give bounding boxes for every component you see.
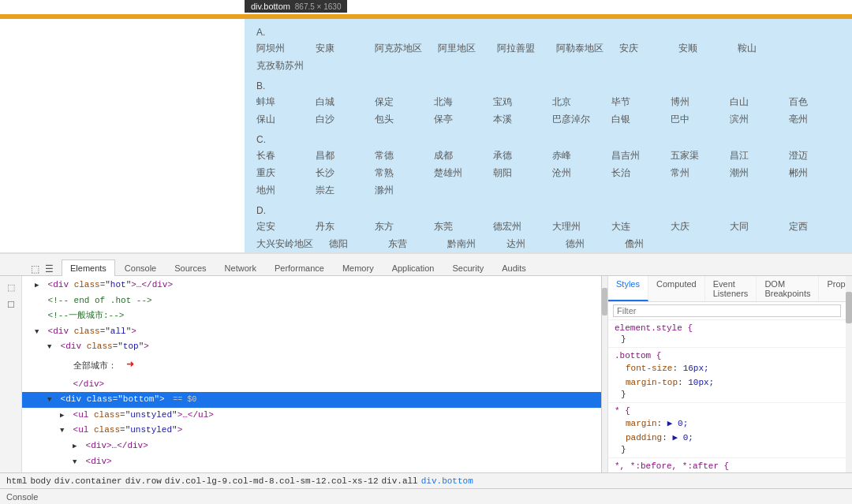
styles-panel: element.style { } .bottom { font-size: 1…: [608, 320, 846, 472]
style-selector: * {: [615, 406, 839, 416]
city-item: 大兴安岭地区: [256, 236, 313, 252]
code-line-selected[interactable]: <div class="bottom"> == $0: [22, 392, 601, 408]
device-icon[interactable]: ☐: [3, 297, 19, 312]
city-section-b: B. 蚌埠 白城 保定 北海 宝鸡 北京 毕节 博州 白山 百色 保山 白沙 包…: [256, 80, 840, 128]
devtools-left-sidebar: ⬚ ☐: [0, 276, 22, 472]
code-line[interactable]: <ul class="unstyled">: [22, 423, 601, 439]
breadcrumb-all[interactable]: div.all: [382, 476, 418, 486]
breadcrumb-row[interactable]: div.row: [125, 476, 162, 486]
styles-scrollbar[interactable]: [846, 276, 852, 472]
city-row-c3: 地州 崇左 滁州: [256, 182, 840, 200]
style-selector: *, *:before, *:after {: [615, 461, 839, 471]
tab-computed[interactable]: Computed: [648, 276, 705, 301]
breadcrumb-body[interactable]: body: [30, 476, 50, 486]
tab-sources[interactable]: Sources: [166, 259, 215, 276]
city-item: 安康: [316, 40, 359, 58]
devtools-body: ⬚ ☐ <div class="hot">…</div> <!-- end of…: [0, 276, 852, 472]
cursor-icon[interactable]: ⬚: [28, 263, 41, 275]
city-item: 黔南州: [447, 236, 491, 252]
city-item: 承德: [493, 147, 536, 165]
city-item: 潮州: [730, 165, 773, 182]
city-section-a: A. 阿坝州 安康 阿克苏地区 阿里地区 阿拉善盟 阿勒泰地区 安庆 安顺 鞍山…: [256, 27, 840, 74]
elements-panel[interactable]: <div class="hot">…</div> <!-- end of .ho…: [22, 276, 602, 472]
tab-network[interactable]: Network: [216, 259, 265, 276]
tab-event-listeners[interactable]: Event Listeners: [705, 276, 757, 301]
city-item: 长沙: [316, 165, 359, 182]
breadcrumb-container[interactable]: div.container: [54, 476, 122, 486]
tab-performance[interactable]: Performance: [266, 259, 333, 276]
city-item: 东莞: [434, 218, 477, 236]
city-row-a: 阿坝州 安康 阿克苏地区 阿里地区 阿拉善盟 阿勒泰地区 安庆 安顺 鞍山 克孜…: [256, 40, 840, 74]
city-item: 昌江: [730, 147, 773, 165]
triangle-icon[interactable]: [60, 425, 68, 436]
city-row-b1: 蚌埠 白城 保定 北海 宝鸡 北京 毕节 博州 白山 百色: [256, 94, 840, 111]
code-line[interactable]: <div class="hot">…</div>: [22, 278, 601, 293]
style-property: padding: ▶ 0;: [615, 431, 839, 446]
code-line[interactable]: <div>…</div>: [22, 439, 601, 454]
code-line[interactable]: <ul class="unstyled">…</ul>: [22, 408, 601, 424]
style-property: margin: ▶ 0;: [615, 417, 839, 431]
code-line[interactable]: <div class="top">: [22, 339, 601, 355]
devtools-icons: ⬚ ☰: [24, 263, 62, 275]
inspect-element-icon[interactable]: ⬚: [3, 279, 19, 295]
tab-elements[interactable]: Elements: [62, 259, 115, 276]
tab-styles[interactable]: Styles: [608, 276, 648, 301]
scrollbar-thumb[interactable]: [602, 288, 607, 315]
city-item: 东营: [388, 236, 432, 252]
console-label: Console: [6, 492, 38, 502]
styles-panel-wrapper: Styles Computed Event Listeners DOM Brea…: [608, 276, 846, 472]
breadcrumb-html[interactable]: html: [6, 476, 27, 486]
triangle-icon[interactable]: [47, 342, 55, 353]
city-item: 毕节: [611, 94, 655, 111]
city-item: 重庆: [256, 165, 300, 182]
tab-audits[interactable]: Audits: [493, 259, 535, 276]
city-item: 包头: [375, 111, 418, 129]
filter-input[interactable]: [613, 304, 841, 317]
city-row-c1: 长春 昌都 常德 成都 承德 赤峰 昌吉州 五家渠 昌江 澄迈: [256, 147, 840, 165]
tab-properties[interactable]: Properties: [819, 276, 846, 301]
city-item: 安庆: [619, 40, 663, 58]
triangle-icon[interactable]: [35, 280, 43, 291]
devtools-tabs-bar: ⬚ ☰ Elements Console Sources Network Per…: [0, 254, 852, 276]
inspect-icon[interactable]: ☰: [43, 263, 55, 275]
section-label-d: D.: [256, 205, 840, 216]
city-item: 亳州: [789, 111, 832, 129]
city-item: 保山: [256, 111, 300, 129]
style-close-brace: }: [615, 390, 839, 399]
styles-scrollbar-thumb[interactable]: [846, 292, 852, 323]
city-item: 白沙: [316, 111, 359, 129]
tab-security[interactable]: Security: [443, 259, 492, 276]
triangle-icon[interactable]: [60, 410, 68, 421]
city-content: A. 阿坝州 安康 阿克苏地区 阿里地区 阿拉善盟 阿勒泰地区 安庆 安顺 鞍山…: [245, 19, 852, 252]
city-item: 五家渠: [671, 147, 714, 165]
city-item: 蚌埠: [256, 94, 300, 111]
triangle-icon[interactable]: [73, 457, 80, 468]
triangle-icon[interactable]: [35, 327, 43, 338]
city-item: 长春: [256, 147, 300, 165]
tab-memory[interactable]: Memory: [334, 259, 383, 276]
breadcrumb-bottom[interactable]: div.bottom: [421, 476, 473, 486]
city-section-d: D. 定安 丹东 东方 东莞 德宏州 大理州 大连 大庆 大同 定西 大兴安岭地…: [256, 205, 840, 252]
city-item: 德阳: [329, 236, 372, 252]
triangle-icon[interactable]: [47, 394, 55, 405]
code-line[interactable]: <div>: [22, 454, 601, 470]
city-item: 宝鸡: [493, 94, 536, 111]
elements-scrollbar[interactable]: [602, 276, 608, 472]
city-item: 定安: [256, 218, 300, 236]
city-item: 鞍山: [738, 40, 781, 58]
city-item: 阿坝州: [256, 40, 300, 58]
city-item: 常熟: [375, 165, 418, 182]
tab-application[interactable]: Application: [383, 259, 443, 276]
red-arrow-icon: ➜: [126, 358, 134, 372]
console-bar[interactable]: Console: [0, 488, 852, 504]
tab-dom-breakpoints[interactable]: DOM Breakpoints: [757, 276, 819, 301]
city-item: 儋州: [625, 236, 668, 252]
city-item: 丹东: [316, 218, 359, 236]
city-item: 澄迈: [789, 147, 832, 165]
triangle-icon[interactable]: [73, 441, 80, 452]
code-line[interactable]: <div class="all">: [22, 324, 601, 340]
breadcrumb-col[interactable]: div.col-lg-9.col-md-8.col-sm-12.col-xs-1…: [165, 476, 379, 486]
city-item: 成都: [434, 147, 477, 165]
city-item: 阿勒泰地区: [556, 40, 604, 58]
tab-console[interactable]: Console: [116, 259, 165, 276]
